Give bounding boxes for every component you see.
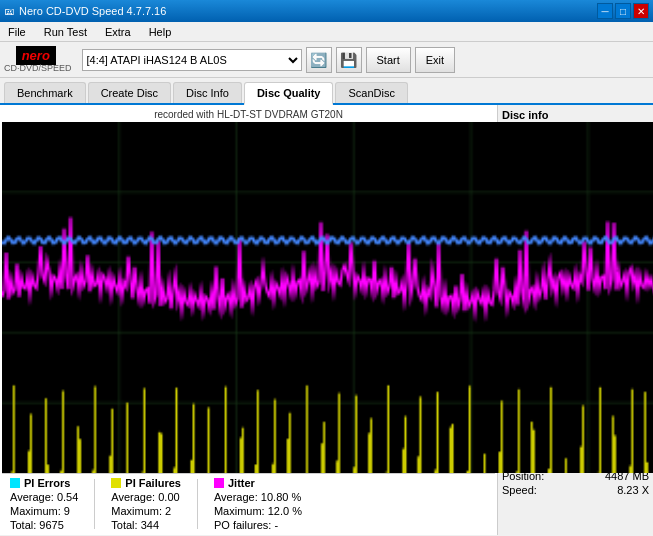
tab-disc-info[interactable]: Disc Info <box>173 82 242 103</box>
legend-area: PI Errors Average: 0.54 Maximum: 9 Total… <box>2 473 495 533</box>
legend-pi-errors-avg: Average: 0.54 <box>10 491 78 503</box>
legend-pi-errors-title: PI Errors <box>10 477 78 489</box>
legend-jitter-avg: Average: 10.80 % <box>214 491 302 503</box>
close-button[interactable]: ✕ <box>633 3 649 19</box>
pi-errors-color <box>10 478 20 488</box>
tab-disc-quality[interactable]: Disc Quality <box>244 82 334 105</box>
legend-divider-1 <box>94 479 95 529</box>
tab-create-disc[interactable]: Create Disc <box>88 82 171 103</box>
title-bar-controls: ─ □ ✕ <box>597 3 649 19</box>
menu-extra[interactable]: Extra <box>101 24 135 40</box>
minimize-button[interactable]: ─ <box>597 3 613 19</box>
legend-jitter: Jitter Average: 10.80 % Maximum: 12.0 % … <box>214 477 302 531</box>
speed-label: Speed: <box>502 484 537 496</box>
window-title: Nero CD-DVD Speed 4.7.7.16 <box>19 5 166 17</box>
title-bar: 🖭 Nero CD-DVD Speed 4.7.7.16 ─ □ ✕ <box>0 0 653 22</box>
pi-failures-color <box>111 478 121 488</box>
speed-row: Speed: 8.23 X <box>502 484 649 496</box>
legend-jitter-title: Jitter <box>214 477 302 489</box>
toolbar: nero CD·DVD/SPEED [4:4] ATAPI iHAS124 B … <box>0 42 653 78</box>
legend-pi-failures-max: Maximum: 2 <box>111 505 181 517</box>
save-button[interactable]: 💾 <box>336 47 362 73</box>
exit-button[interactable]: Exit <box>415 47 455 73</box>
main-content: recorded with HL-DT-ST DVDRAM GT20N 10 8… <box>0 105 653 535</box>
legend-jitter-max: Maximum: 12.0 % <box>214 505 302 517</box>
nero-subtitle: CD·DVD/SPEED <box>4 63 72 73</box>
menu-file[interactable]: File <box>4 24 30 40</box>
menu-bar: File Run Test Extra Help <box>0 22 653 42</box>
legend-pi-errors: PI Errors Average: 0.54 Maximum: 9 Total… <box>10 477 78 531</box>
tab-bar: Benchmark Create Disc Disc Info Disc Qua… <box>0 78 653 105</box>
menu-help[interactable]: Help <box>145 24 176 40</box>
refresh-button[interactable]: 🔄 <box>306 47 332 73</box>
menu-run-test[interactable]: Run Test <box>40 24 91 40</box>
legend-jitter-total: PO failures: - <box>214 519 302 531</box>
chart-area: recorded with HL-DT-ST DVDRAM GT20N 10 8… <box>0 105 498 535</box>
legend-pi-errors-total: Total: 9675 <box>10 519 78 531</box>
maximize-button[interactable]: □ <box>615 3 631 19</box>
legend-pi-errors-max: Maximum: 9 <box>10 505 78 517</box>
chart-title: recorded with HL-DT-ST DVDRAM GT20N <box>2 107 495 122</box>
legend-divider-2 <box>197 479 198 529</box>
drive-select[interactable]: [4:4] ATAPI iHAS124 B AL0S <box>82 49 302 71</box>
chart-container: 10 8 6 4 2 24 20 16 12 8 4 <box>2 122 495 473</box>
title-bar-left: 🖭 Nero CD-DVD Speed 4.7.7.16 <box>4 5 166 17</box>
tab-benchmark[interactable]: Benchmark <box>4 82 86 103</box>
speed-value: 8.23 X <box>617 484 649 496</box>
app-icon: 🖭 <box>4 5 15 17</box>
lower-chart-canvas <box>2 122 653 473</box>
disc-info-title: Disc info <box>502 109 649 121</box>
start-button[interactable]: Start <box>366 47 411 73</box>
legend-pi-failures-total: Total: 344 <box>111 519 181 531</box>
legend-pi-failures: PI Failures Average: 0.00 Maximum: 2 Tot… <box>111 477 181 531</box>
tab-scandisc[interactable]: ScanDisc <box>335 82 407 103</box>
legend-pi-failures-title: PI Failures <box>111 477 181 489</box>
jitter-color <box>214 478 224 488</box>
legend-pi-failures-avg: Average: 0.00 <box>111 491 181 503</box>
